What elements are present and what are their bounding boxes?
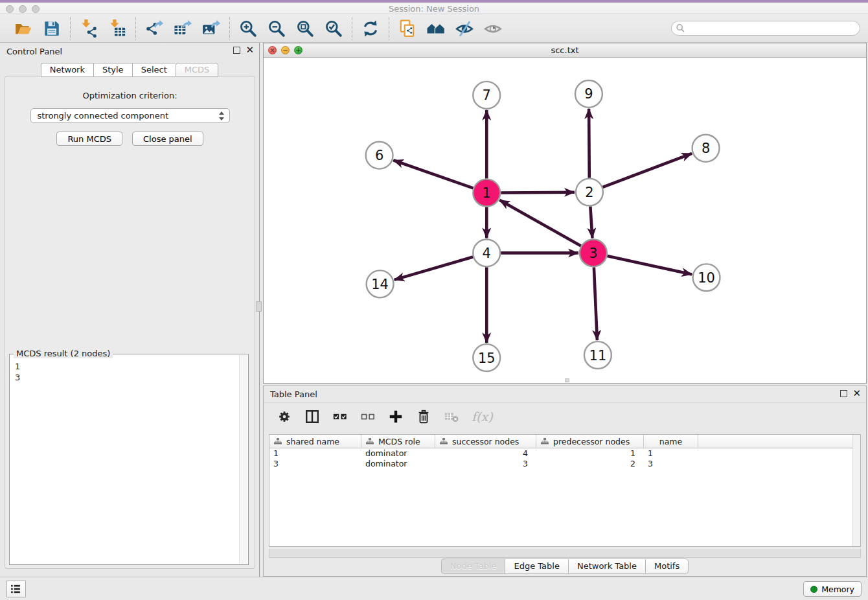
close-panel-button[interactable]: Close panel xyxy=(132,132,203,146)
memory-status-icon xyxy=(810,586,817,593)
float-panel-icon[interactable] xyxy=(233,47,240,54)
hierarchy-icon xyxy=(365,437,374,446)
table-horizontal-scrollbar[interactable] xyxy=(269,549,861,558)
table-row[interactable]: 3dominator323 xyxy=(269,459,860,469)
mcds-result-title: MCDS result (2 nodes) xyxy=(14,349,113,358)
zoom-in-icon xyxy=(239,19,257,38)
close-panel-icon[interactable]: ✕ xyxy=(246,47,254,54)
close-table-panel-icon[interactable]: ✕ xyxy=(852,390,861,397)
table-scrollbar[interactable] xyxy=(852,435,860,546)
graph-node-10[interactable]: 10 xyxy=(693,264,720,291)
tab-network-table[interactable]: Network Table xyxy=(568,559,645,574)
graph-node-8[interactable]: 8 xyxy=(692,135,720,162)
gear-button[interactable] xyxy=(277,408,293,425)
network-splitter-grip[interactable] xyxy=(565,378,569,382)
tab-style[interactable]: Style xyxy=(93,63,132,77)
graph-edge-2-9[interactable] xyxy=(589,109,589,178)
save-session-button[interactable] xyxy=(42,19,62,38)
table-row[interactable]: 1dominator411 xyxy=(269,448,860,459)
optimization-criterion-select[interactable]: strongly connected component xyxy=(30,108,230,123)
deselect-all-checkboxes-button[interactable] xyxy=(360,408,377,425)
tab-mcds[interactable]: MCDS xyxy=(176,63,219,77)
table-cell-shared-name[interactable]: 1 xyxy=(269,448,361,459)
table-cell-name[interactable]: 1 xyxy=(644,448,698,459)
table-cell-name[interactable]: 3 xyxy=(644,459,698,469)
column-header-MCDS-role[interactable]: MCDS role xyxy=(361,435,435,448)
graph-node-3[interactable]: 3 xyxy=(580,239,607,266)
table-cell-predecessor-nodes[interactable]: 2 xyxy=(536,459,644,469)
graph-node-1[interactable]: 1 xyxy=(473,179,500,207)
graph-edge-3-11[interactable] xyxy=(594,267,597,340)
graph-edge-1-6[interactable] xyxy=(393,160,473,188)
import-table-icon xyxy=(108,19,126,38)
export-table-button[interactable] xyxy=(173,19,192,38)
graph-node-15[interactable]: 15 xyxy=(473,344,500,371)
delete-table-disabled-button xyxy=(444,408,461,425)
gear-icon xyxy=(277,409,292,424)
graph-node-4[interactable]: 4 xyxy=(473,239,500,266)
graph-node-11[interactable]: 11 xyxy=(584,341,611,369)
mcds-result-scrollbar[interactable] xyxy=(239,355,247,564)
memory-button[interactable]: Memory xyxy=(803,581,862,597)
tab-network[interactable]: Network xyxy=(41,63,93,77)
tab-node-table[interactable]: Node Table xyxy=(441,559,505,574)
export-image-button[interactable] xyxy=(201,19,221,38)
tab-motifs[interactable]: Motifs xyxy=(645,559,689,574)
zoom-fit-button[interactable] xyxy=(295,19,315,38)
delete-column-trash-button[interactable] xyxy=(416,408,433,425)
import-table-button[interactable] xyxy=(108,19,127,38)
column-header-successor-nodes[interactable]: successor nodes xyxy=(435,435,536,448)
open-folder-button[interactable] xyxy=(14,19,33,38)
float-table-panel-icon[interactable] xyxy=(840,390,847,397)
zoom-selected-button[interactable] xyxy=(324,19,343,38)
column-header-shared-name[interactable]: shared name xyxy=(269,435,361,448)
graph-edge-2-8[interactable] xyxy=(602,154,692,187)
function-builder-button[interactable]: f(x) xyxy=(472,410,493,424)
show-all-eye-disabled-button[interactable] xyxy=(483,19,503,38)
import-network-button[interactable] xyxy=(79,19,98,38)
table-cell-successor-nodes[interactable]: 3 xyxy=(435,459,536,469)
apply-layout-refresh-button[interactable] xyxy=(361,19,380,38)
panel-splitter-grip[interactable] xyxy=(256,301,262,312)
table-cell-shared-name[interactable]: 3 xyxy=(269,459,361,469)
network-canvas[interactable]: 7968124314101511 xyxy=(264,58,866,383)
graph-edge-2-3[interactable] xyxy=(590,206,592,238)
hide-selected-eye-icon xyxy=(455,19,474,38)
tab-edge-table[interactable]: Edge Table xyxy=(505,559,567,574)
search-input[interactable] xyxy=(671,21,860,36)
graph-node-6[interactable]: 6 xyxy=(366,142,393,169)
column-label: successor nodes xyxy=(452,437,519,446)
optimization-criterion-value: strongly connected component xyxy=(38,111,169,121)
tab-select[interactable]: Select xyxy=(132,63,176,77)
column-header-predecessor-nodes[interactable]: predecessor nodes xyxy=(536,435,644,448)
zoom-out-button[interactable] xyxy=(267,19,286,38)
graph-node-14[interactable]: 14 xyxy=(367,270,394,297)
graph-edge-3-1[interactable] xyxy=(499,200,581,246)
select-all-checkboxes-button[interactable] xyxy=(332,408,349,425)
hide-selected-eye-button[interactable] xyxy=(455,19,474,38)
add-column-button[interactable] xyxy=(388,408,405,425)
table-cell-MCDS-role[interactable]: dominator xyxy=(361,459,435,469)
zoom-in-button[interactable] xyxy=(238,19,258,38)
graph-edge-4-14[interactable] xyxy=(394,257,474,280)
copy-network-document-button[interactable] xyxy=(398,19,417,38)
home-first-neighbors-button[interactable] xyxy=(426,19,446,38)
run-mcds-button[interactable]: Run MCDS xyxy=(56,132,122,146)
task-history-button[interactable] xyxy=(6,581,26,597)
save-session-icon xyxy=(43,19,61,38)
mcds-tab-content: Optimization criterion: strongly connect… xyxy=(5,76,255,569)
graph-node-2[interactable]: 2 xyxy=(576,179,603,206)
svg-text:6: 6 xyxy=(375,148,383,163)
graph-edge-1-2[interactable] xyxy=(501,192,575,193)
table-cell-predecessor-nodes[interactable]: 1 xyxy=(536,448,644,459)
graph-edge-3-10[interactable] xyxy=(607,256,692,274)
graph-node-9[interactable]: 9 xyxy=(575,80,602,108)
column-header-name[interactable]: name xyxy=(644,435,698,448)
split-columns-icon xyxy=(304,409,320,424)
table-cell-MCDS-role[interactable]: dominator xyxy=(361,448,435,459)
export-network-button[interactable] xyxy=(144,19,164,38)
split-columns-button[interactable] xyxy=(304,408,321,425)
graph-node-7[interactable]: 7 xyxy=(473,82,500,109)
table-cell-successor-nodes[interactable]: 4 xyxy=(435,448,536,459)
delete-column-trash-icon xyxy=(416,409,431,424)
